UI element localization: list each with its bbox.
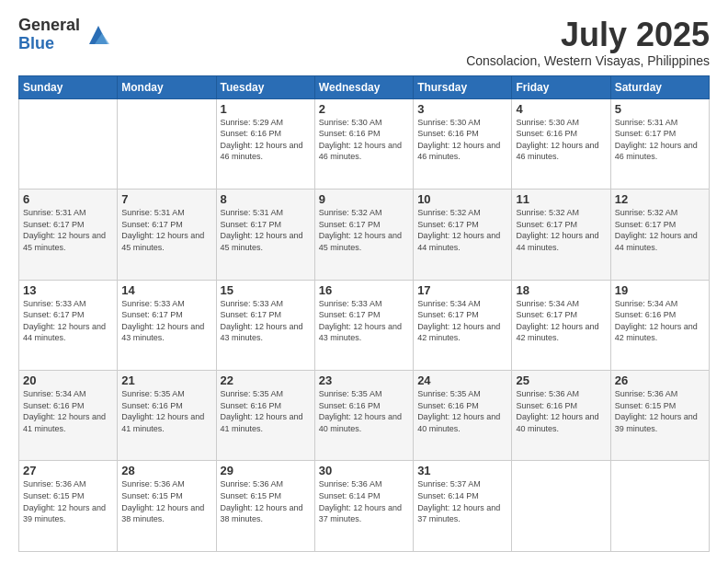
day-number: 16: [319, 283, 409, 297]
calendar-table: SundayMondayTuesdayWednesdayThursdayFrid…: [18, 75, 710, 552]
calendar-cell: 29Sunrise: 5:36 AM Sunset: 6:15 PM Dayli…: [216, 461, 314, 552]
calendar-cell: 3Sunrise: 5:30 AM Sunset: 6:16 PM Daylig…: [414, 98, 512, 189]
day-number: 30: [319, 464, 409, 477]
day-number: 19: [615, 283, 705, 297]
day-info: Sunrise: 5:36 AM Sunset: 6:15 PM Dayligh…: [121, 478, 211, 524]
logo-icon: [85, 22, 111, 48]
day-info: Sunrise: 5:36 AM Sunset: 6:15 PM Dayligh…: [221, 478, 311, 524]
calendar-week-4: 20Sunrise: 5:34 AM Sunset: 6:16 PM Dayli…: [19, 371, 710, 461]
day-number: 31: [417, 464, 507, 477]
weekday-header-sunday: Sunday: [19, 75, 118, 98]
calendar-cell: 9Sunrise: 5:32 AM Sunset: 6:17 PM Daylig…: [314, 190, 413, 280]
day-number: 28: [121, 464, 211, 477]
calendar-cell: [19, 98, 118, 189]
calendar-cell: 26Sunrise: 5:36 AM Sunset: 6:15 PM Dayli…: [610, 371, 709, 461]
day-number: 14: [121, 283, 211, 297]
calendar-cell: 2Sunrise: 5:30 AM Sunset: 6:16 PM Daylig…: [314, 98, 413, 189]
calendar-cell: 20Sunrise: 5:34 AM Sunset: 6:16 PM Dayli…: [19, 371, 118, 461]
day-number: 11: [516, 192, 606, 206]
calendar-cell: 10Sunrise: 5:32 AM Sunset: 6:17 PM Dayli…: [414, 190, 512, 280]
day-number: 6: [23, 192, 113, 206]
calendar-cell: [118, 98, 216, 189]
day-info: Sunrise: 5:31 AM Sunset: 6:17 PM Dayligh…: [121, 207, 211, 253]
day-number: 23: [319, 373, 409, 387]
calendar-cell: 13Sunrise: 5:33 AM Sunset: 6:17 PM Dayli…: [19, 280, 118, 370]
day-number: 27: [23, 464, 113, 477]
day-info: Sunrise: 5:35 AM Sunset: 6:16 PM Dayligh…: [121, 388, 211, 434]
day-info: Sunrise: 5:32 AM Sunset: 6:17 PM Dayligh…: [516, 207, 606, 253]
day-info: Sunrise: 5:36 AM Sunset: 6:15 PM Dayligh…: [615, 388, 705, 434]
calendar-cell: 11Sunrise: 5:32 AM Sunset: 6:17 PM Dayli…: [512, 190, 610, 280]
day-info: Sunrise: 5:31 AM Sunset: 6:17 PM Dayligh…: [23, 207, 113, 253]
day-info: Sunrise: 5:35 AM Sunset: 6:16 PM Dayligh…: [221, 388, 311, 434]
day-info: Sunrise: 5:33 AM Sunset: 6:17 PM Dayligh…: [23, 298, 113, 344]
day-info: Sunrise: 5:31 AM Sunset: 6:17 PM Dayligh…: [221, 207, 311, 253]
day-number: 24: [417, 373, 507, 387]
day-number: 17: [417, 283, 507, 297]
day-number: 20: [23, 373, 113, 387]
weekday-header-thursday: Thursday: [414, 75, 512, 98]
day-number: 2: [319, 102, 409, 116]
day-info: Sunrise: 5:34 AM Sunset: 6:16 PM Dayligh…: [23, 388, 113, 434]
location-title: Consolacion, Western Visayas, Philippine…: [466, 53, 710, 68]
day-number: 13: [23, 283, 113, 297]
day-number: 26: [615, 373, 705, 387]
day-number: 21: [121, 373, 211, 387]
day-number: 3: [417, 102, 507, 116]
day-number: 1: [221, 102, 311, 116]
calendar-cell: 18Sunrise: 5:34 AM Sunset: 6:17 PM Dayli…: [512, 280, 610, 370]
day-info: Sunrise: 5:34 AM Sunset: 6:16 PM Dayligh…: [615, 298, 705, 344]
day-number: 12: [615, 192, 705, 206]
day-info: Sunrise: 5:35 AM Sunset: 6:16 PM Dayligh…: [319, 388, 409, 434]
calendar-cell: 1Sunrise: 5:29 AM Sunset: 6:16 PM Daylig…: [216, 98, 314, 189]
day-info: Sunrise: 5:30 AM Sunset: 6:16 PM Dayligh…: [319, 117, 409, 163]
day-info: Sunrise: 5:33 AM Sunset: 6:17 PM Dayligh…: [319, 298, 409, 344]
weekday-header-friday: Friday: [512, 75, 610, 98]
calendar-week-3: 13Sunrise: 5:33 AM Sunset: 6:17 PM Dayli…: [19, 280, 710, 370]
logo: General Blue: [18, 17, 111, 53]
day-number: 18: [516, 283, 606, 297]
calendar-cell: 22Sunrise: 5:35 AM Sunset: 6:16 PM Dayli…: [216, 371, 314, 461]
calendar-cell: 19Sunrise: 5:34 AM Sunset: 6:16 PM Dayli…: [610, 280, 709, 370]
day-number: 4: [516, 102, 606, 116]
calendar-cell: [512, 461, 610, 552]
calendar-cell: 4Sunrise: 5:30 AM Sunset: 6:16 PM Daylig…: [512, 98, 610, 189]
logo-general: General: [18, 17, 80, 35]
calendar-week-5: 27Sunrise: 5:36 AM Sunset: 6:15 PM Dayli…: [19, 461, 710, 552]
calendar-cell: 23Sunrise: 5:35 AM Sunset: 6:16 PM Dayli…: [314, 371, 413, 461]
day-info: Sunrise: 5:29 AM Sunset: 6:16 PM Dayligh…: [221, 117, 311, 163]
day-info: Sunrise: 5:34 AM Sunset: 6:17 PM Dayligh…: [417, 298, 507, 344]
day-info: Sunrise: 5:30 AM Sunset: 6:16 PM Dayligh…: [516, 117, 606, 163]
day-info: Sunrise: 5:32 AM Sunset: 6:17 PM Dayligh…: [319, 207, 409, 253]
day-info: Sunrise: 5:33 AM Sunset: 6:17 PM Dayligh…: [221, 298, 311, 344]
calendar-cell: 8Sunrise: 5:31 AM Sunset: 6:17 PM Daylig…: [216, 190, 314, 280]
calendar-cell: 14Sunrise: 5:33 AM Sunset: 6:17 PM Dayli…: [118, 280, 216, 370]
weekday-header-wednesday: Wednesday: [314, 75, 413, 98]
logo-blue: Blue: [18, 35, 80, 53]
calendar-cell: 28Sunrise: 5:36 AM Sunset: 6:15 PM Dayli…: [118, 461, 216, 552]
weekday-header-saturday: Saturday: [610, 75, 709, 98]
logo-text: General Blue: [18, 17, 80, 53]
day-info: Sunrise: 5:35 AM Sunset: 6:16 PM Dayligh…: [417, 388, 507, 434]
calendar-cell: [610, 461, 709, 552]
day-info: Sunrise: 5:30 AM Sunset: 6:16 PM Dayligh…: [417, 117, 507, 163]
page: General Blue July 2025 Consolacion, West…: [0, 0, 728, 563]
title-section: July 2025 Consolacion, Western Visayas, …: [466, 17, 710, 68]
calendar-cell: 7Sunrise: 5:31 AM Sunset: 6:17 PM Daylig…: [118, 190, 216, 280]
calendar-cell: 17Sunrise: 5:34 AM Sunset: 6:17 PM Dayli…: [414, 280, 512, 370]
day-number: 10: [417, 192, 507, 206]
day-info: Sunrise: 5:36 AM Sunset: 6:16 PM Dayligh…: [516, 388, 606, 434]
day-info: Sunrise: 5:32 AM Sunset: 6:17 PM Dayligh…: [417, 207, 507, 253]
day-info: Sunrise: 5:33 AM Sunset: 6:17 PM Dayligh…: [121, 298, 211, 344]
day-number: 7: [121, 192, 211, 206]
weekday-header-tuesday: Tuesday: [216, 75, 314, 98]
calendar-cell: 12Sunrise: 5:32 AM Sunset: 6:17 PM Dayli…: [610, 190, 709, 280]
calendar-week-1: 1Sunrise: 5:29 AM Sunset: 6:16 PM Daylig…: [19, 98, 710, 189]
day-number: 25: [516, 373, 606, 387]
day-info: Sunrise: 5:36 AM Sunset: 6:14 PM Dayligh…: [319, 478, 409, 524]
day-number: 8: [221, 192, 311, 206]
calendar-week-2: 6Sunrise: 5:31 AM Sunset: 6:17 PM Daylig…: [19, 190, 710, 280]
day-info: Sunrise: 5:36 AM Sunset: 6:15 PM Dayligh…: [23, 478, 113, 524]
calendar-cell: 16Sunrise: 5:33 AM Sunset: 6:17 PM Dayli…: [314, 280, 413, 370]
day-info: Sunrise: 5:37 AM Sunset: 6:14 PM Dayligh…: [417, 478, 507, 524]
